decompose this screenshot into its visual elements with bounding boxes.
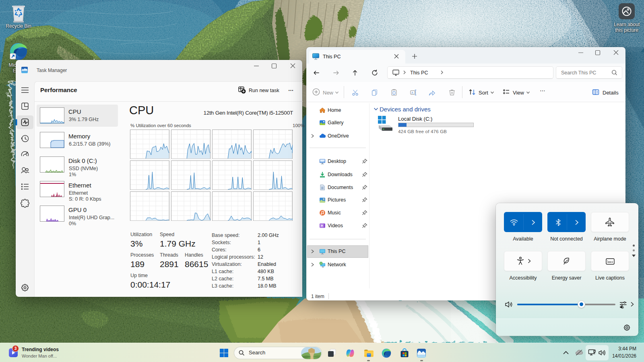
svg-text:A: A — [411, 91, 413, 95]
